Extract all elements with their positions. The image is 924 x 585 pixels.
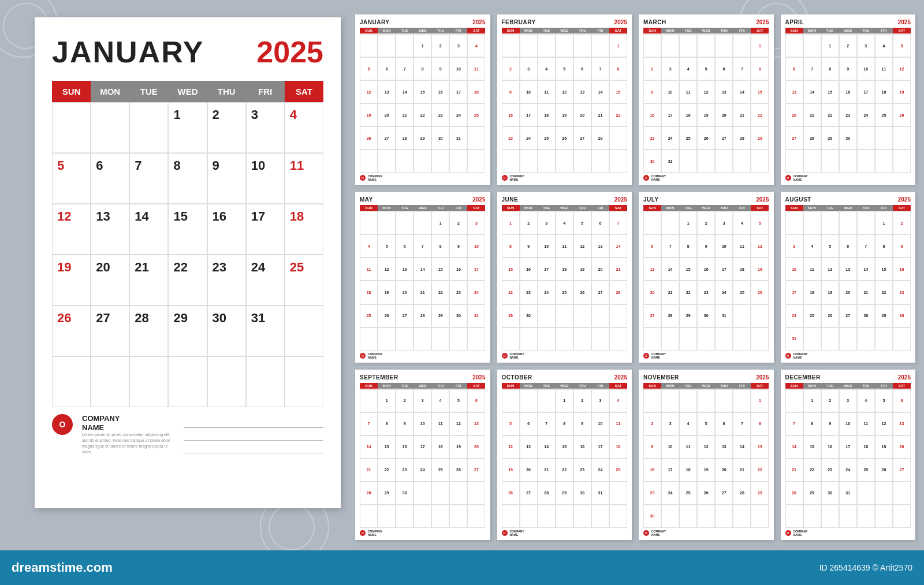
small-cal-footer-0: O COMPANYNAME <box>360 174 486 181</box>
small-cal-header-7: AUGUST 2025 <box>785 196 911 203</box>
small-day-headers-0: SUN MON TUE WED THU FRI SAT <box>360 28 486 33</box>
small-cal-footer-10: O COMPANYNAME <box>643 530 769 536</box>
small-year-2: 2025 <box>756 19 769 25</box>
main-day-29: 29 <box>168 305 207 356</box>
small-month-1: FEBRUARY <box>502 19 536 25</box>
company-name-label: COMPANYNAME <box>82 414 174 432</box>
small-cal-february: FEBRUARY 2025 SUN MON TUE WED THU FRI SA… <box>497 14 632 185</box>
small-days-grid-1: 1234567891011121314151617181920212223242… <box>502 34 628 173</box>
small-year-0: 2025 <box>472 19 485 25</box>
small-cal-header-2: MARCH 2025 <box>643 19 769 25</box>
small-cal-footer-11: O COMPANYNAME <box>785 530 911 536</box>
main-day-4: 4 <box>285 102 323 153</box>
small-month-2: MARCH <box>643 19 666 25</box>
small-cal-footer-3: O COMPANYNAME <box>785 174 911 181</box>
small-cal-june: JUNE 2025 SUN MON TUE WED THU FRI SAT 12… <box>497 192 632 362</box>
small-year-3: 2025 <box>898 19 911 25</box>
small-cal-july: JULY 2025 SUN MON TUE WED THU FRI SAT 12… <box>639 192 774 362</box>
small-cal-footer-4: O COMPANYNAME <box>360 352 486 359</box>
main-day-26: 26 <box>52 305 91 356</box>
small-cal-header-1: FEBRUARY 2025 <box>502 19 628 25</box>
company-name-text: COMPANYNAME Lorem ipsum sit amet, consec… <box>82 414 174 454</box>
main-day-empty <box>246 356 285 407</box>
small-month-0: JANUARY <box>360 19 389 25</box>
footer-lines <box>184 414 323 453</box>
small-cal-may: MAY 2025 SUN MON TUE WED THU FRI SAT 123… <box>355 192 490 362</box>
small-month-7: AUGUST <box>785 196 811 203</box>
small-year-9: 2025 <box>614 374 627 381</box>
small-cal-header-0: JANUARY 2025 <box>360 19 486 25</box>
small-cal-footer-6: O COMPANYNAME <box>643 352 769 359</box>
main-day-7: 7 <box>129 153 168 204</box>
small-cal-footer-2: O COMPANYNAME <box>643 174 769 181</box>
small-cal-header-4: MAY 2025 <box>360 196 486 203</box>
small-cal-header-3: APRIL 2025 <box>785 19 911 25</box>
main-day-17: 17 <box>246 204 285 255</box>
small-cal-footer-8: O COMPANYNAME <box>360 530 486 536</box>
small-year-7: 2025 <box>898 196 911 203</box>
main-january-calendar: JANUARY 2025 SUN MON TUE WED THU FRI SAT… <box>35 17 341 508</box>
small-day-headers-9: SUN MON TUE WED THU FRI SAT <box>502 383 628 389</box>
small-day-headers-1: SUN MON TUE WED THU FRI SAT <box>502 28 628 33</box>
main-days-grid: 1 2 3 4 5 6 7 8 9 10 11 12 13 14 15 16 1… <box>52 102 323 407</box>
small-day-headers-4: SUN MON TUE WED THU FRI SAT <box>360 205 486 211</box>
main-day-5: 5 <box>52 153 91 204</box>
small-day-headers-2: SUN MON TUE WED THU FRI SAT <box>643 28 769 33</box>
small-cal-footer-9: O COMPANYNAME <box>502 530 628 536</box>
small-days-grid-8: 1234567891011121314151617181920212223242… <box>360 389 486 528</box>
small-month-6: JULY <box>643 196 659 203</box>
small-days-grid-9: 1234567891011121314151617181920212223242… <box>502 389 628 528</box>
small-calendars-grid: JANUARY 2025 SUN MON TUE WED THU FRI SAT… <box>355 14 915 540</box>
main-day-3: 3 <box>246 102 285 153</box>
main-year: 2025 <box>256 35 323 69</box>
small-cal-header-6: JULY 2025 <box>643 196 769 203</box>
small-days-grid-4: 1234567891011121314151617181920212223242… <box>360 211 486 350</box>
dreamstime-watermark-bar: dreamstime.com ID 265414639 © Artit2570 <box>0 550 924 585</box>
small-year-4: 2025 <box>472 196 485 203</box>
small-cal-october: OCTOBER 2025 SUN MON TUE WED THU FRI SAT… <box>497 370 632 540</box>
main-day-23: 23 <box>207 255 246 305</box>
small-month-5: JUNE <box>502 196 519 203</box>
main-day-15: 15 <box>168 204 207 255</box>
small-days-grid-5: 1234567891011121314151617181920212223242… <box>502 211 628 350</box>
dreamstime-logo-text: dreamstime.com <box>12 560 113 575</box>
small-cal-header-5: JUNE 2025 <box>502 196 628 203</box>
small-cal-september: SEPTEMBER 2025 SUN MON TUE WED THU FRI S… <box>355 370 490 540</box>
main-day-13: 13 <box>91 204 129 255</box>
small-year-5: 2025 <box>614 196 627 203</box>
header-mon: MON <box>91 81 129 102</box>
footer-line-2 <box>184 431 323 441</box>
main-day-empty <box>91 356 129 407</box>
main-day-22: 22 <box>168 255 207 305</box>
small-days-grid-6: 1234567891011121314151617181920212223242… <box>643 211 769 350</box>
company-description: Lorem ipsum sit amet, consectetur adipis… <box>82 432 174 454</box>
main-calendar-header: JANUARY 2025 <box>52 35 323 69</box>
small-day-headers-10: SUN MON TUE WED THU FRI SAT <box>643 383 769 389</box>
header-tue: TUE <box>129 81 168 102</box>
small-month-3: APRIL <box>785 19 804 25</box>
small-days-grid-10: 1234567891011121314151617181920212223242… <box>643 389 769 528</box>
small-cal-header-10: NOVEMBER 2025 <box>643 374 769 381</box>
small-days-grid-3: 1234567891011121314151617181920212223242… <box>785 34 911 173</box>
small-cal-january: JANUARY 2025 SUN MON TUE WED THU FRI SAT… <box>355 14 490 185</box>
main-calendar-grid: SUN MON TUE WED THU FRI SAT 1 2 3 4 5 6 … <box>52 81 323 407</box>
company-logo: O <box>52 414 73 435</box>
small-month-8: SEPTEMBER <box>360 374 398 381</box>
main-day-31: 31 <box>246 305 285 356</box>
footer-line-3 <box>184 444 323 453</box>
header-wed: WED <box>168 81 207 102</box>
main-day-headers: SUN MON TUE WED THU FRI SAT <box>52 81 323 102</box>
small-cal-december: DECEMBER 2025 SUN MON TUE WED THU FRI SA… <box>781 370 916 540</box>
main-day-24: 24 <box>246 255 285 305</box>
main-day-11: 11 <box>285 153 323 204</box>
main-day-empty <box>285 356 323 407</box>
main-day-16: 16 <box>207 204 246 255</box>
main-month-name: JANUARY <box>52 35 204 69</box>
small-day-headers-3: SUN MON TUE WED THU FRI SAT <box>785 28 911 33</box>
small-day-headers-5: SUN MON TUE WED THU FRI SAT <box>502 205 628 211</box>
header-sat: SAT <box>285 81 323 102</box>
small-day-headers-7: SUN MON TUE WED THU FRI SAT <box>785 205 911 211</box>
small-cal-march: MARCH 2025 SUN MON TUE WED THU FRI SAT 1… <box>639 14 774 185</box>
header-fri: FRI <box>246 81 285 102</box>
small-days-grid-11: 1234567891011121314151617181920212223242… <box>785 389 911 528</box>
